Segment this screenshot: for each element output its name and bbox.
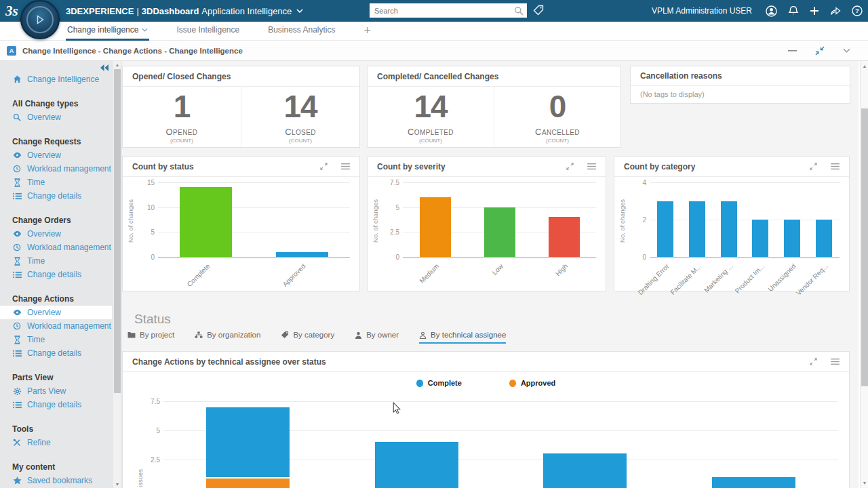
sidebar-section-header: Tools <box>0 422 122 436</box>
stacked-bar-3[interactable] <box>543 453 627 488</box>
scrollbar-thumb[interactable] <box>114 69 121 393</box>
status-tab-by-organization[interactable]: By organization <box>195 331 260 344</box>
help-icon[interactable]: ? <box>852 5 863 16</box>
sidebar-item-overview[interactable]: Overview <box>0 306 112 319</box>
compass-ring <box>26 6 54 33</box>
bar-marketing[interactable] <box>721 201 737 258</box>
menu-icon[interactable] <box>831 163 840 170</box>
search-input[interactable] <box>373 6 514 16</box>
stacked-bar-4[interactable] <box>712 477 795 488</box>
sidebar-section-header: Change Orders <box>0 214 122 227</box>
minimize-icon[interactable] <box>788 49 797 52</box>
status-tab-by-technical-assignee[interactable]: By technical assignee <box>419 331 506 344</box>
bar-medium[interactable] <box>420 197 451 257</box>
segment-complete[interactable] <box>543 453 627 488</box>
hourglass-icon <box>12 336 22 344</box>
dashboard-tab-bar: Change intelligenceIssue IntelligenceBus… <box>0 22 868 41</box>
expand-icon[interactable] <box>320 163 328 170</box>
kpi-cancelled: 0 Cancelled (count) <box>494 87 620 147</box>
status-tab-by-project[interactable]: By project <box>127 331 174 344</box>
bar-drafting-error[interactable] <box>657 201 673 258</box>
y-tick-label: 0 <box>381 253 399 261</box>
sidebar-scrollbar[interactable]: ▲ ▼ <box>113 61 121 488</box>
sidebar-item-change-details[interactable]: Change details <box>0 398 112 411</box>
stacked-bar-2[interactable] <box>375 442 458 488</box>
segment-complete[interactable] <box>712 477 795 488</box>
bar-unassigned[interactable] <box>784 220 800 257</box>
menu-icon[interactable] <box>341 163 350 170</box>
status-tab-by-category[interactable]: By category <box>281 331 334 344</box>
search-box[interactable] <box>370 3 527 18</box>
sidebar-item-overview[interactable]: Overview <box>0 227 112 241</box>
add-tab-button[interactable]: + <box>364 24 372 38</box>
legend-item-complete[interactable]: Complete <box>416 379 462 387</box>
compass-logo[interactable] <box>20 0 60 39</box>
user-profile-icon[interactable] <box>766 5 777 17</box>
tag-button[interactable] <box>533 5 544 16</box>
sidebar-item-workload-management[interactable]: Workload management <box>0 241 112 254</box>
user-name[interactable]: VPLM Administration USER <box>652 6 752 16</box>
sidebar-item-label: Overview <box>27 113 61 122</box>
completed-cancelled-card: Completed/ Cancelled Changes 14 Complete… <box>367 66 621 148</box>
scroll-down-icon[interactable]: ▼ <box>861 481 868 485</box>
status-tab-bar: By projectBy organizationBy categoryBy o… <box>127 331 506 347</box>
kpi-label: Completed <box>408 127 454 137</box>
expand-icon[interactable] <box>810 358 817 365</box>
expand-icon[interactable] <box>810 163 817 170</box>
opened-closed-card: Opened/ Closed Changes 1 Opened (count) … <box>122 66 360 148</box>
sidebar-item-time[interactable]: Time <box>0 333 112 346</box>
scroll-up-icon[interactable]: ▲ <box>861 64 868 68</box>
main-scrollbar[interactable]: ▲ ▼ <box>860 61 868 488</box>
segment-approved[interactable] <box>206 477 290 488</box>
segment-complete[interactable] <box>375 442 458 488</box>
bar-approved[interactable] <box>276 252 328 257</box>
sidebar-item-overview[interactable]: Overview <box>0 148 112 162</box>
menu-icon[interactable] <box>831 359 840 365</box>
expand-icon[interactable] <box>566 163 574 170</box>
status-tab-by-owner[interactable]: By owner <box>355 331 399 344</box>
sidebar-item-change-details[interactable]: Change details <box>0 268 112 281</box>
status-tab-label: By project <box>140 331 174 339</box>
eye-icon <box>12 309 22 316</box>
restore-window-icon[interactable] <box>815 46 825 56</box>
tab-business-analytics[interactable]: Business Analytics <box>267 22 336 41</box>
notifications-bell-icon[interactable] <box>788 5 799 16</box>
tab-issue-intelligence[interactable]: Issue Intelligence <box>175 22 241 41</box>
tab-change-intelligence[interactable]: Change intelligence <box>66 22 149 41</box>
bar-high[interactable] <box>549 217 580 257</box>
sidebar-item-workload-management[interactable]: Workload management <box>0 162 112 176</box>
sidebar-item-time[interactable]: Time <box>0 176 112 189</box>
bar-facilitate-m[interactable] <box>689 201 705 258</box>
scroll-up-icon[interactable]: ▲ <box>113 62 121 67</box>
legend-item-approved[interactable]: Approved <box>509 379 555 387</box>
search-icon[interactable] <box>514 6 524 16</box>
bar-low[interactable] <box>484 207 515 257</box>
sidebar-item-label: Time <box>27 335 45 344</box>
segment-complete[interactable] <box>206 407 290 477</box>
scroll-down-icon[interactable]: ▼ <box>113 482 121 487</box>
sidebar-item-overview[interactable]: Overview <box>0 110 112 124</box>
menu-icon[interactable] <box>587 163 596 170</box>
sidebar-item-workload-management[interactable]: Workload management <box>0 319 112 333</box>
chevron-down-icon[interactable] <box>296 9 303 13</box>
sidebar-item-label: Overview <box>27 308 61 317</box>
bar-vendor-req[interactable] <box>816 220 832 257</box>
gridline <box>650 182 840 183</box>
sidebar-item-change-details[interactable]: Change details <box>0 346 112 360</box>
add-plus-icon[interactable] <box>810 6 819 16</box>
bar-complete[interactable] <box>180 187 232 257</box>
share-icon[interactable] <box>830 6 841 16</box>
chevron-down-icon[interactable] <box>843 48 850 53</box>
sidebar-item-change-details[interactable]: Change details <box>0 189 112 203</box>
sidebar-item-change-intelligence[interactable]: Change Intelligence <box>0 73 112 86</box>
sidebar-item-saved-bookmarks[interactable]: Saved bookmarks <box>0 474 112 487</box>
sidebar-item-time[interactable]: Time <box>0 254 112 268</box>
y-axis-label: No. of changes <box>372 184 379 258</box>
bar-product-im[interactable] <box>752 220 768 257</box>
scrollbar-thumb[interactable] <box>861 108 868 386</box>
stacked-bar-1[interactable] <box>206 407 290 488</box>
chevron-icon[interactable] <box>142 28 148 32</box>
sidebar-collapse-icon[interactable] <box>100 64 108 71</box>
sidebar-item-parts-view[interactable]: Parts View <box>0 384 112 398</box>
sidebar-item-refine[interactable]: Refine <box>0 436 112 449</box>
